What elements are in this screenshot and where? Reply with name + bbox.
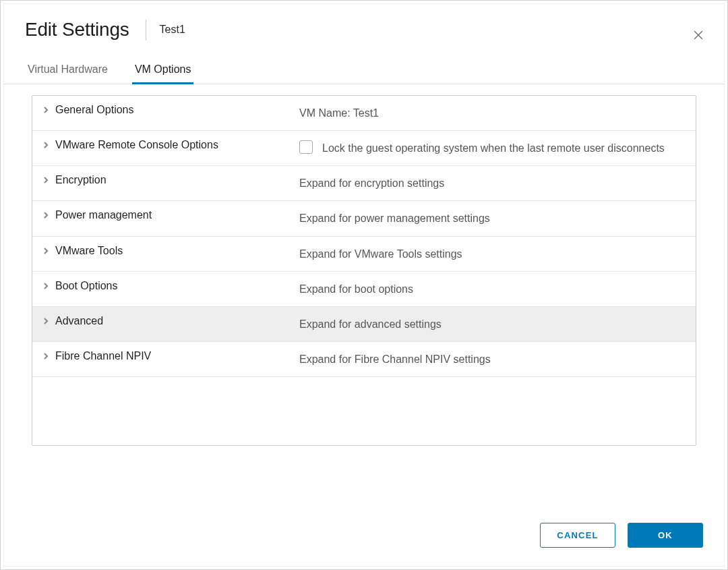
expand-toggle[interactable] [39,107,53,113]
row-value: Expand for VMware Tools settings [299,245,684,263]
expand-toggle[interactable] [39,353,53,360]
row-label: Fibre Channel NPIV [53,350,299,362]
edit-settings-dialog: Edit Settings Test1 Virtual Hardware VM … [3,3,725,567]
row-value-text: Expand for encryption settings [299,174,444,192]
chevron-right-icon [42,248,49,254]
row-fibre-channel-npiv[interactable]: Fibre Channel NPIV Expand for Fibre Chan… [32,342,696,377]
chevron-right-icon [42,212,49,219]
row-label: General Options [53,104,299,116]
dialog-title: Edit Settings [25,20,146,40]
chevron-right-icon [42,177,49,183]
row-value: Lock the guest operating system when the… [299,139,684,157]
row-boot-options[interactable]: Boot Options Expand for boot options [32,272,696,307]
row-power-management[interactable]: Power management Expand for power manage… [32,201,696,236]
chevron-right-icon [42,107,49,113]
row-value: Expand for advanced settings [299,315,684,333]
close-icon [692,29,704,41]
row-value: VM Name: Test1 [299,104,684,122]
row-value: Expand for boot options [299,280,684,298]
expand-toggle[interactable] [39,177,53,183]
row-encryption[interactable]: Encryption Expand for encryption setting… [32,166,696,201]
dialog-body: General Options VM Name: Test1 VMware Re… [3,84,725,509]
expand-toggle[interactable] [39,318,53,324]
row-value-text: Expand for power management settings [299,209,490,227]
expand-toggle[interactable] [39,283,53,289]
ok-button[interactable]: OK [628,523,703,548]
row-value-text: Expand for boot options [299,280,413,298]
dialog-subtitle: Test1 [146,24,185,36]
chevron-right-icon [42,283,49,289]
expand-toggle[interactable] [39,212,53,219]
lock-guest-checkbox-label: Lock the guest operating system when the… [322,139,665,157]
row-advanced[interactable]: Advanced Expand for advanced settings [32,307,696,342]
close-button[interactable] [691,28,706,42]
row-label: Advanced [53,315,299,327]
row-label: Boot Options [53,280,299,292]
row-vmware-tools[interactable]: VMware Tools Expand for VMware Tools set… [32,237,696,272]
chevron-right-icon [42,318,49,324]
expand-toggle[interactable] [39,142,53,148]
row-remote-console-options[interactable]: VMware Remote Console Options Lock the g… [32,131,696,166]
dialog-footer: CANCEL OK [3,509,725,567]
cancel-button[interactable]: CANCEL [540,523,615,548]
row-label: Encryption [53,174,299,186]
row-value: Expand for power management settings [299,209,684,227]
row-value-text: VM Name: Test1 [299,104,379,122]
row-label: Power management [53,209,299,221]
row-value: Expand for encryption settings [299,174,684,192]
tabs: Virtual Hardware VM Options [3,57,725,84]
expand-toggle[interactable] [39,248,53,254]
row-label: VMware Tools [53,245,299,257]
tab-virtual-hardware[interactable]: Virtual Hardware [25,57,111,84]
tab-vm-options[interactable]: VM Options [132,57,194,84]
row-value-text: Expand for VMware Tools settings [299,245,462,263]
row-label: VMware Remote Console Options [53,139,299,151]
row-value-text: Expand for Fibre Channel NPIV settings [299,350,491,368]
dialog-header: Edit Settings Test1 [3,3,725,49]
row-general-options[interactable]: General Options VM Name: Test1 [32,96,696,131]
chevron-right-icon [42,142,49,148]
row-value: Expand for Fibre Channel NPIV settings [299,350,684,368]
chevron-right-icon [42,353,49,360]
settings-panel: General Options VM Name: Test1 VMware Re… [32,95,696,446]
row-value-text: Expand for advanced settings [299,315,442,333]
lock-guest-checkbox[interactable] [299,140,313,154]
